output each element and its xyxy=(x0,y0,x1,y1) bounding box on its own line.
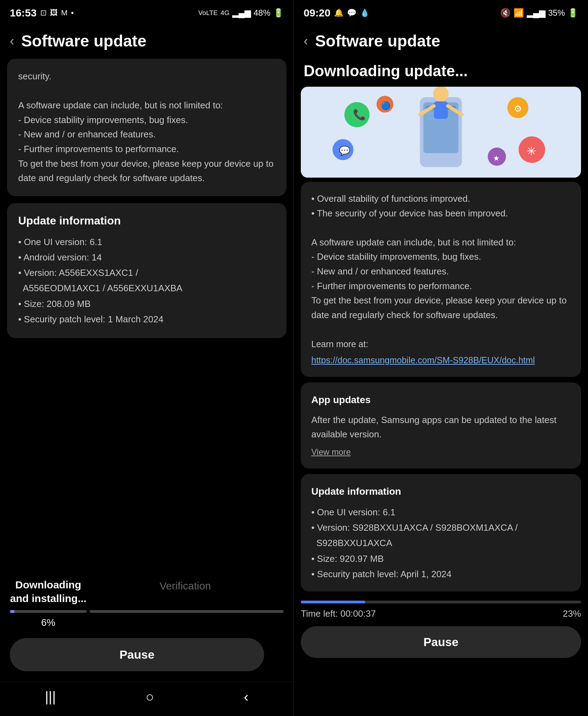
app-updates-title: App updates xyxy=(311,392,571,408)
time-left-label: Time left: 00:00:37 xyxy=(301,608,376,619)
list-item: • The security of your device has been i… xyxy=(311,206,571,221)
learn-more-label: Learn more at: xyxy=(311,337,571,351)
update-info-card-right: Update information • One UI version: 6.1… xyxy=(301,474,581,592)
svg-point-6 xyxy=(433,87,449,101)
download-labels: Downloading and installing... Verificati… xyxy=(10,578,284,605)
list-item: • Security patch level: 1 March 2024 xyxy=(18,312,275,327)
list-item: • Version: A556EXXS1AXC1 / A556EODM1AXC1… xyxy=(18,265,275,296)
svg-text:🔵: 🔵 xyxy=(381,101,391,110)
learn-more-link[interactable]: https://doc.samsungmobile.com/SM-S928B/E… xyxy=(311,353,571,367)
downloading-label: Downloading and installing... xyxy=(10,578,87,605)
back-button-left[interactable]: ‹ xyxy=(10,34,14,49)
battery-icon-right: 🔋 xyxy=(568,8,578,18)
right-scroll-area: • Overall stability of functions improve… xyxy=(294,178,588,716)
signal-icon: ▂▄▆ xyxy=(232,8,251,18)
list-item: • Android version: 14 xyxy=(18,250,275,265)
back-nav-button-left[interactable]: ‹ xyxy=(244,689,248,705)
list-item: To get the best from your device, please… xyxy=(311,293,571,322)
list-item: • Security patch level: April 1, 2024 xyxy=(311,566,571,582)
list-item: A software update can include, but is no… xyxy=(311,235,571,250)
list-item: • One UI version: 6.1 xyxy=(311,504,571,520)
illustration-svg: 📞 ⚙ 💬 ✳ 🔵 ★ xyxy=(301,87,581,178)
recent-apps-button[interactable]: ||| xyxy=(45,689,56,705)
progress-fill-left xyxy=(10,610,14,613)
page-title-right: Software update xyxy=(315,31,440,50)
downloading-title: Downloading update... xyxy=(294,59,588,87)
list-item: - Further improvements to performance. xyxy=(311,279,571,294)
description-text-right: • Overall stability of functions improve… xyxy=(311,192,571,367)
svg-text:⚙: ⚙ xyxy=(514,103,522,114)
description-card-left: security. A software update can include,… xyxy=(7,59,286,196)
list-item: - New and / or enhanced features. xyxy=(311,264,571,279)
list-item: • Version: S928BXXU1AXCA / S928BOXM1AXCA… xyxy=(311,520,571,551)
volte-icon: VoLTE xyxy=(198,9,218,17)
progress-track-left xyxy=(10,610,87,613)
svg-text:✳: ✳ xyxy=(526,144,536,158)
phone-right: 09:20 🔔 💬 💧 🔇 📶 ▂▄▆ 35% 🔋 ‹ Software upd… xyxy=(294,0,588,716)
whatsapp-icon: 💬 xyxy=(347,8,356,17)
back-button-right[interactable]: ‹ xyxy=(304,34,308,49)
update-info-title-left: Update information xyxy=(18,214,275,227)
pause-button-left[interactable]: Pause xyxy=(10,638,264,671)
status-bar-left: 16:53 ⊡ 🖼 M • VoLTE 4G ▂▄▆ 48% 🔋 xyxy=(0,0,293,24)
list-item: • One UI version: 6.1 xyxy=(18,234,275,250)
view-more-link[interactable]: View more xyxy=(311,445,571,459)
progress-bars xyxy=(10,610,284,613)
progress-percent-left: 6% xyxy=(10,617,87,628)
time-left: 16:53 xyxy=(10,7,37,19)
page-header-left: ‹ Software update xyxy=(0,24,293,59)
list-item: • Size: 920.97 MB xyxy=(311,551,571,566)
scroll-content-left: security. A software update can include,… xyxy=(0,59,293,571)
update-info-title-right: Update information xyxy=(311,484,571,500)
page-header-right: ‹ Software update xyxy=(294,24,588,59)
download-section-left: Downloading and installing... Verificati… xyxy=(0,571,293,682)
list-item: • Size: 208.09 MB xyxy=(18,296,275,312)
progress-fill-right-phone xyxy=(301,601,365,603)
list-item: • Overall stability of functions improve… xyxy=(311,192,571,206)
notif-icon-right: 🔔 xyxy=(334,8,343,17)
update-info-card-left: Update information • One UI version: 6.1… xyxy=(7,203,286,338)
illustration-card: 📞 ⚙ 💬 ✳ 🔵 ★ xyxy=(301,87,581,178)
bottom-nav-left: ||| ○ ‹ xyxy=(0,682,293,716)
update-info-items-right: • One UI version: 6.1 • Version: S928BXX… xyxy=(311,504,571,582)
mute-icon: 🔇 xyxy=(500,8,511,18)
battery-icon: 🔋 xyxy=(273,8,284,18)
progress-section-right: Time left: 00:00:37 23% Pause xyxy=(294,597,588,665)
gallery-icon: 🖼 xyxy=(50,8,58,17)
dropbox-icon: 💧 xyxy=(360,8,369,17)
description-card-right: • Overall stability of functions improve… xyxy=(301,182,581,377)
battery-text-right: 35% xyxy=(548,8,565,18)
update-info-items-left: • One UI version: 6.1 • Android version:… xyxy=(18,234,275,327)
dot-icon: • xyxy=(71,8,74,17)
network-icon: 4G xyxy=(221,9,229,17)
svg-text:💬: 💬 xyxy=(339,145,350,156)
list-item: - Device stability improvements, bug fix… xyxy=(311,250,571,264)
time-right: 09:20 xyxy=(304,7,331,19)
phone-left: 16:53 ⊡ 🖼 M • VoLTE 4G ▂▄▆ 48% 🔋 ‹ Softw… xyxy=(0,0,294,716)
home-button-left[interactable]: ○ xyxy=(146,689,154,705)
description-text-left: security. A software update can include,… xyxy=(18,69,275,186)
gmail-icon: M xyxy=(61,8,68,17)
signal-icon-right: ▂▄▆ xyxy=(527,8,545,18)
svg-rect-7 xyxy=(434,101,448,119)
notification-icon: ⊡ xyxy=(40,8,47,17)
progress-info-right: Time left: 00:00:37 23% xyxy=(301,608,581,619)
wifi-icon: 📶 xyxy=(513,8,524,18)
verification-label: Verification xyxy=(87,578,284,592)
pause-button-right[interactable]: Pause xyxy=(301,626,581,658)
svg-text:📞: 📞 xyxy=(353,108,366,121)
progress-percent-right: 23% xyxy=(563,608,581,619)
progress-track-right xyxy=(90,610,284,613)
page-title-left: Software update xyxy=(21,31,147,50)
svg-text:★: ★ xyxy=(493,154,500,163)
battery-text-left: 48% xyxy=(254,8,270,18)
app-updates-desc: After the update, Samsung apps can be up… xyxy=(311,413,571,442)
progress-track-right-phone xyxy=(301,601,581,603)
app-updates-card: App updates After the update, Samsung ap… xyxy=(301,382,581,468)
status-bar-right: 09:20 🔔 💬 💧 🔇 📶 ▂▄▆ 35% 🔋 xyxy=(294,0,588,24)
